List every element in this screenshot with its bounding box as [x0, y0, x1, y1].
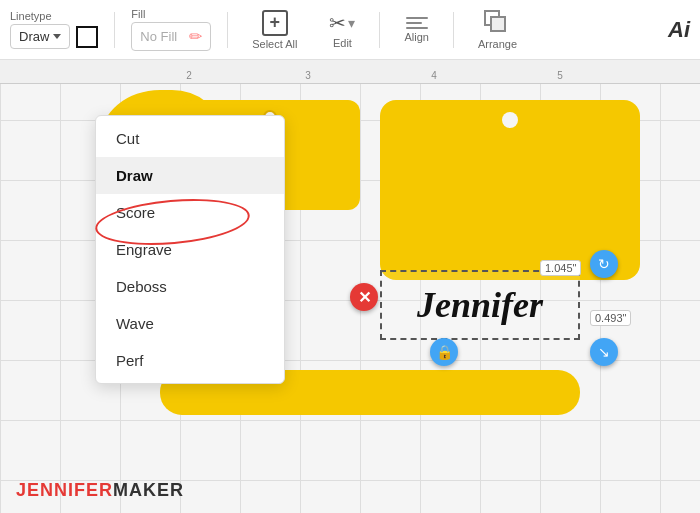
menu-item-perf[interactable]: Perf — [96, 342, 284, 379]
separator-4 — [453, 12, 454, 48]
fill-value: No Fill — [140, 29, 177, 44]
brand-maker: MAKER — [113, 480, 184, 500]
canvas-area[interactable]: 2 3 4 5 Jennifer 1.045" 0.493" ✕ 🔒 — [0, 60, 700, 513]
jennifer-selection-box[interactable]: Jennifer — [380, 270, 580, 340]
arrange-label: Arrange — [478, 38, 517, 50]
brand: JENNIFERMAKER — [16, 480, 184, 501]
jennifer-text: Jennifer — [417, 284, 543, 326]
ruler-mark-2: 2 — [186, 70, 192, 81]
toolbar: Linetype Draw Fill No Fill ✏ + Select Al… — [0, 0, 700, 60]
menu-item-cut[interactable]: Cut — [96, 120, 284, 157]
ai-label: Ai — [668, 17, 690, 42]
chevron-down-icon-edit: ▾ — [348, 15, 355, 31]
scissors-icon: ✂ — [329, 11, 346, 35]
resize-handle[interactable]: ↘ — [590, 338, 618, 366]
separator-1 — [114, 12, 115, 48]
linetype-section: Linetype Draw — [10, 10, 98, 49]
linetype-dropdown-menu: Cut Draw Score Engrave Deboss Wave Perf — [95, 115, 285, 384]
brand-jennifer: JENNIFER — [16, 480, 113, 500]
ruler-mark-4: 4 — [431, 70, 437, 81]
select-all-plus-icon: + — [262, 10, 288, 36]
pencil-icon: ✏ — [189, 27, 202, 46]
menu-item-draw[interactable]: Draw — [96, 157, 284, 194]
square-icon — [76, 26, 98, 48]
align-icon — [406, 17, 428, 29]
ruler-mark-5: 5 — [557, 70, 563, 81]
fill-label: Fill — [131, 8, 211, 20]
fill-section: Fill No Fill ✏ — [131, 8, 211, 51]
delete-handle[interactable]: ✕ — [350, 283, 378, 311]
menu-item-deboss[interactable]: Deboss — [96, 268, 284, 305]
arrange-icon — [484, 10, 510, 36]
menu-item-engrave[interactable]: Engrave — [96, 231, 284, 268]
select-all-label: Select All — [252, 38, 297, 50]
rotate-handle[interactable]: ↻ — [590, 250, 618, 278]
ruler-mark-3: 3 — [305, 70, 311, 81]
menu-item-wave[interactable]: Wave — [96, 305, 284, 342]
align-label: Align — [404, 31, 428, 43]
tag-hole-2 — [502, 112, 518, 128]
arrange-button[interactable]: Arrange — [470, 6, 525, 54]
dimension-label-2: 0.493" — [590, 310, 631, 326]
edit-label: Edit — [333, 37, 352, 49]
select-all-button[interactable]: + Select All — [244, 6, 305, 54]
lock-handle[interactable]: 🔒 — [430, 338, 458, 366]
linetype-label: Linetype — [10, 10, 98, 22]
dimension-label-1: 1.045" — [540, 260, 581, 276]
linetype-value: Draw — [19, 29, 49, 44]
chevron-down-icon — [53, 34, 61, 39]
fill-dropdown[interactable]: No Fill ✏ — [131, 22, 211, 51]
linetype-dropdown[interactable]: Draw — [10, 24, 70, 49]
align-button[interactable]: Align — [396, 13, 436, 47]
menu-item-score[interactable]: Score — [96, 194, 284, 231]
edit-button[interactable]: ✂ ▾ Edit — [321, 7, 363, 53]
ai-section: Ai — [668, 17, 690, 43]
ruler-top: 2 3 4 5 — [0, 60, 700, 84]
separator-2 — [227, 12, 228, 48]
separator-3 — [379, 12, 380, 48]
